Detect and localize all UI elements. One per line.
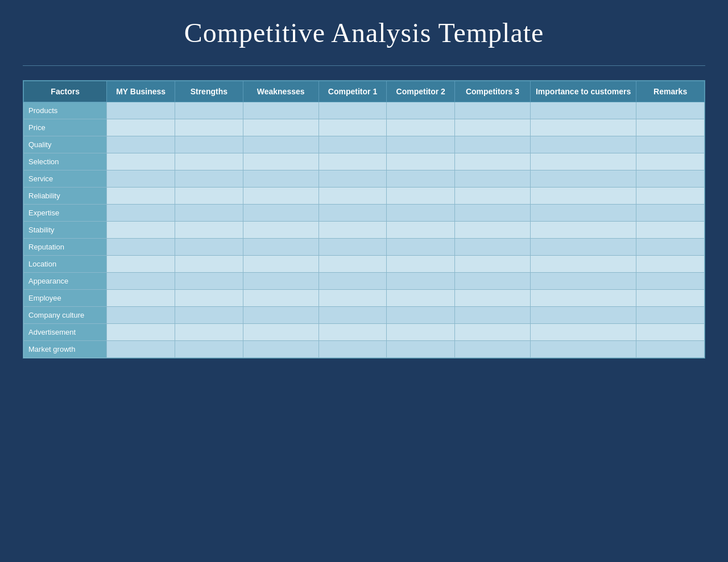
data-cell[interactable] [107,290,175,307]
data-cell[interactable] [531,307,636,324]
data-cell[interactable] [243,119,318,136]
data-cell[interactable] [318,256,387,273]
data-cell[interactable] [387,188,455,205]
data-cell[interactable] [636,324,705,341]
data-cell[interactable] [531,188,636,205]
data-cell[interactable] [243,222,318,239]
data-cell[interactable] [387,102,455,119]
data-cell[interactable] [455,290,531,307]
data-cell[interactable] [107,307,175,324]
data-cell[interactable] [318,290,387,307]
data-cell[interactable] [531,324,636,341]
data-cell[interactable] [107,239,175,256]
data-cell[interactable] [636,102,705,119]
data-cell[interactable] [318,119,387,136]
data-cell[interactable] [455,170,531,188]
data-cell[interactable] [455,341,531,358]
data-cell[interactable] [531,256,636,273]
data-cell[interactable] [636,153,705,170]
data-cell[interactable] [387,119,455,136]
data-cell[interactable] [531,136,636,153]
data-cell[interactable] [243,205,318,222]
data-cell[interactable] [636,205,705,222]
data-cell[interactable] [107,324,175,341]
data-cell[interactable] [243,239,318,256]
data-cell[interactable] [318,341,387,358]
data-cell[interactable] [175,119,243,136]
data-cell[interactable] [636,341,705,358]
data-cell[interactable] [318,307,387,324]
data-cell[interactable] [318,136,387,153]
data-cell[interactable] [175,188,243,205]
data-cell[interactable] [318,239,387,256]
data-cell[interactable] [531,222,636,239]
data-cell[interactable] [175,273,243,290]
data-cell[interactable] [387,239,455,256]
data-cell[interactable] [107,273,175,290]
data-cell[interactable] [175,102,243,119]
data-cell[interactable] [387,307,455,324]
data-cell[interactable] [455,256,531,273]
data-cell[interactable] [175,136,243,153]
data-cell[interactable] [455,205,531,222]
data-cell[interactable] [387,290,455,307]
data-cell[interactable] [175,290,243,307]
data-cell[interactable] [636,239,705,256]
data-cell[interactable] [387,136,455,153]
data-cell[interactable] [107,153,175,170]
data-cell[interactable] [531,119,636,136]
data-cell[interactable] [636,170,705,188]
data-cell[interactable] [243,102,318,119]
data-cell[interactable] [636,222,705,239]
data-cell[interactable] [531,170,636,188]
data-cell[interactable] [175,341,243,358]
data-cell[interactable] [387,324,455,341]
data-cell[interactable] [318,102,387,119]
data-cell[interactable] [636,119,705,136]
data-cell[interactable] [107,170,175,188]
data-cell[interactable] [455,239,531,256]
data-cell[interactable] [318,188,387,205]
data-cell[interactable] [243,256,318,273]
data-cell[interactable] [107,102,175,119]
data-cell[interactable] [107,256,175,273]
data-cell[interactable] [175,256,243,273]
data-cell[interactable] [636,273,705,290]
data-cell[interactable] [531,205,636,222]
data-cell[interactable] [243,170,318,188]
data-cell[interactable] [455,324,531,341]
data-cell[interactable] [107,222,175,239]
data-cell[interactable] [455,222,531,239]
data-cell[interactable] [387,222,455,239]
data-cell[interactable] [243,341,318,358]
data-cell[interactable] [455,136,531,153]
data-cell[interactable] [531,153,636,170]
data-cell[interactable] [387,153,455,170]
data-cell[interactable] [243,136,318,153]
data-cell[interactable] [455,102,531,119]
data-cell[interactable] [318,324,387,341]
data-cell[interactable] [107,188,175,205]
data-cell[interactable] [318,222,387,239]
data-cell[interactable] [107,341,175,358]
data-cell[interactable] [175,222,243,239]
data-cell[interactable] [387,341,455,358]
data-cell[interactable] [455,119,531,136]
data-cell[interactable] [318,170,387,188]
data-cell[interactable] [107,119,175,136]
data-cell[interactable] [243,307,318,324]
data-cell[interactable] [636,256,705,273]
data-cell[interactable] [175,324,243,341]
data-cell[interactable] [455,273,531,290]
data-cell[interactable] [107,205,175,222]
data-cell[interactable] [107,136,175,153]
data-cell[interactable] [636,290,705,307]
data-cell[interactable] [243,273,318,290]
data-cell[interactable] [243,188,318,205]
data-cell[interactable] [387,170,455,188]
data-cell[interactable] [318,205,387,222]
data-cell[interactable] [387,205,455,222]
data-cell[interactable] [636,136,705,153]
data-cell[interactable] [243,324,318,341]
data-cell[interactable] [455,307,531,324]
